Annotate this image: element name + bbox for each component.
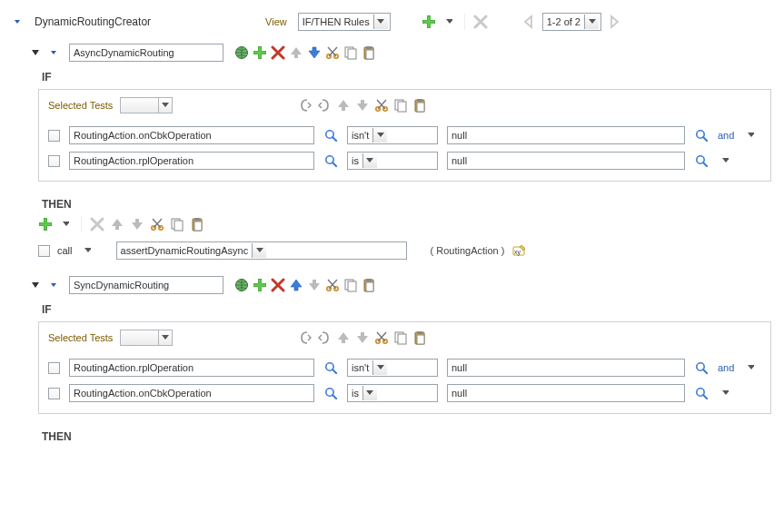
delete-icon[interactable]: [90, 217, 104, 232]
search-icon[interactable]: [323, 386, 338, 400]
move-up-icon[interactable]: [289, 278, 303, 292]
operator-select[interactable]: isn't: [347, 359, 438, 377]
move-down-icon[interactable]: [355, 330, 370, 345]
delete-icon[interactable]: [271, 278, 285, 292]
search-icon[interactable]: [694, 360, 709, 375]
action-select[interactable]: assertDynamicRoutingAsync: [116, 241, 407, 260]
move-up-icon[interactable]: [336, 98, 351, 113]
add-icon[interactable]: [422, 15, 436, 29]
move-up-icon[interactable]: [289, 45, 303, 60]
next-icon[interactable]: [607, 15, 621, 29]
prev-icon[interactable]: [522, 15, 537, 29]
row-checkbox[interactable]: [48, 130, 60, 142]
value-input[interactable]: null: [447, 126, 685, 144]
selected-tests-dropdown[interactable]: [120, 97, 173, 113]
cut-icon[interactable]: [150, 217, 164, 232]
collapse-icon[interactable]: [13, 15, 25, 28]
move-down-icon[interactable]: [307, 278, 322, 292]
copy-icon[interactable]: [393, 98, 408, 113]
field-input[interactable]: RoutingAction.onCbkOperation: [69, 384, 314, 402]
search-icon[interactable]: [694, 153, 709, 168]
cut-icon[interactable]: [325, 45, 340, 60]
rule-name-input[interactable]: AsyncDynamicRouting: [69, 44, 223, 62]
search-icon[interactable]: [694, 386, 709, 400]
move-down-icon[interactable]: [307, 45, 322, 60]
cut-icon[interactable]: [374, 98, 389, 113]
value-input[interactable]: null: [447, 384, 685, 402]
globe-icon[interactable]: [234, 45, 249, 60]
dropdown-icon: [372, 128, 387, 143]
row-checkbox[interactable]: [38, 245, 50, 257]
group-right-icon[interactable]: [317, 98, 332, 113]
add-icon[interactable]: [38, 217, 53, 232]
paste-icon[interactable]: [412, 98, 427, 113]
and-link[interactable]: and: [718, 130, 734, 141]
selected-tests-label: Selected Tests: [48, 100, 113, 111]
copy-icon[interactable]: [343, 45, 358, 60]
move-up-icon[interactable]: [336, 330, 351, 345]
if-block: Selected Tests RoutingAction.rplOperatio…: [38, 321, 771, 414]
group-left-icon[interactable]: [298, 330, 313, 345]
pager-select[interactable]: 1-2 of 2: [542, 13, 601, 31]
move-up-icon[interactable]: [110, 217, 124, 232]
paste-icon[interactable]: [362, 278, 376, 292]
value-input[interactable]: null: [447, 359, 685, 377]
dropdown-caret-icon[interactable]: [80, 243, 94, 258]
add-icon[interactable]: [253, 278, 267, 292]
search-icon[interactable]: [323, 153, 338, 168]
add-icon[interactable]: [253, 45, 267, 60]
value-input[interactable]: null: [447, 152, 685, 170]
globe-icon[interactable]: [234, 278, 249, 292]
rule-name-input[interactable]: SyncDynamicRouting: [69, 276, 223, 294]
move-down-icon[interactable]: [130, 217, 144, 232]
dropdown-caret-icon[interactable]: [718, 386, 732, 400]
delete-icon[interactable]: [271, 45, 285, 60]
row-checkbox[interactable]: [48, 388, 60, 399]
dropdown-caret-icon[interactable]: [442, 15, 456, 29]
operator-value: is: [352, 155, 359, 166]
copy-icon[interactable]: [170, 217, 184, 232]
copy-icon[interactable]: [393, 330, 408, 345]
operator-select[interactable]: is: [347, 384, 438, 402]
operator-select[interactable]: isn't: [347, 126, 438, 144]
row-checkbox[interactable]: [48, 362, 60, 374]
chevron-down-icon[interactable]: [29, 46, 42, 59]
collapse-icon[interactable]: [49, 279, 62, 291]
dropdown-caret-icon[interactable]: [743, 360, 758, 375]
operator-value: isn't: [352, 130, 369, 141]
dropdown-caret-icon[interactable]: [718, 153, 732, 168]
edit-icon[interactable]: [511, 243, 526, 258]
operator-select[interactable]: is: [347, 152, 438, 170]
group-left-icon[interactable]: [298, 98, 313, 113]
paste-icon[interactable]: [412, 330, 427, 345]
cut-icon[interactable]: [374, 330, 389, 345]
header-bar: DynamicRoutingCreator View IF/THEN Rules…: [13, 7, 771, 40]
chevron-down-icon[interactable]: [29, 279, 42, 291]
view-select[interactable]: IF/THEN Rules: [298, 13, 391, 31]
cut-icon[interactable]: [325, 278, 340, 292]
condition-row: RoutingAction.onCbkOperation is null: [48, 380, 761, 406]
dropdown-caret-icon[interactable]: [58, 217, 73, 232]
copy-icon[interactable]: [343, 278, 358, 292]
then-toolbar: [29, 211, 771, 240]
search-icon[interactable]: [323, 128, 338, 143]
search-icon[interactable]: [694, 128, 709, 143]
group-right-icon[interactable]: [317, 330, 332, 345]
paste-icon[interactable]: [190, 217, 204, 232]
rule-panel: AsyncDynamicRouting IF Selected Tests: [13, 40, 771, 272]
selected-tests-dropdown[interactable]: [120, 330, 173, 346]
dropdown-icon: [584, 15, 599, 29]
and-link[interactable]: and: [718, 362, 734, 373]
dropdown-caret-icon[interactable]: [743, 128, 758, 143]
field-input[interactable]: RoutingAction.onCbkOperation: [69, 126, 314, 144]
field-input[interactable]: RoutingAction.rplOperation: [69, 359, 314, 377]
search-icon[interactable]: [323, 360, 338, 375]
field-input[interactable]: RoutingAction.rplOperation: [69, 152, 314, 170]
row-checkbox[interactable]: [48, 155, 60, 167]
paste-icon[interactable]: [362, 45, 376, 60]
move-down-icon[interactable]: [355, 98, 370, 113]
then-label: THEN: [29, 427, 771, 443]
collapse-icon[interactable]: [49, 46, 62, 59]
delete-icon[interactable]: [473, 15, 488, 29]
if-label: IF: [29, 300, 771, 316]
